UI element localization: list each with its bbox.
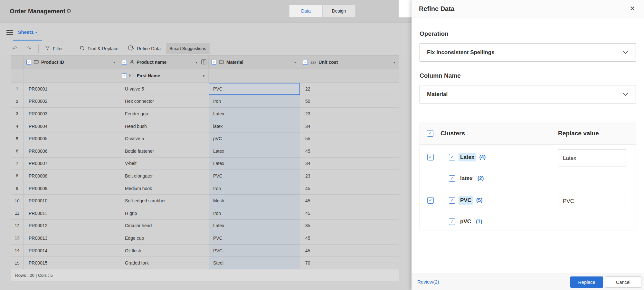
cell-product-name[interactable]: C-valve 5 [119,132,209,145]
cell-product-name[interactable]: H grip [119,207,209,220]
cell-material[interactable]: Steel [209,257,300,269]
cell-unit-cost[interactable]: 34 [300,120,399,133]
row-number[interactable]: 3 [11,108,24,120]
cluster-checkbox[interactable] [449,218,455,225]
cell-product-name[interactable]: Hex connector [119,95,209,108]
group-checkbox[interactable] [427,154,434,160]
cell-product-id[interactable]: PR00009 [24,182,119,195]
cell-material[interactable]: Latex [209,158,300,170]
smart-suggestions-button[interactable]: Smart Suggestions [166,43,210,54]
cell-material[interactable]: Latex [209,108,300,120]
row-number-header[interactable] [11,56,24,69]
group-checkbox[interactable] [427,197,434,204]
refine-data-button[interactable]: Refine Data [128,42,161,55]
cell-product-id[interactable]: PR00010 [24,195,119,207]
redo-button[interactable]: ↷ [26,42,32,55]
cell-product-name[interactable]: V-belt [119,158,209,170]
row-number[interactable]: 10 [11,195,24,207]
row-number[interactable]: 8 [11,170,24,182]
column-menu-caret-icon[interactable]: ▾ [294,61,300,64]
cell-product-name[interactable]: Head bush [119,120,209,133]
row-number[interactable]: 6 [11,145,24,158]
row-number[interactable]: 11 [11,207,24,220]
cell-unit-cost[interactable]: 45 [300,207,399,220]
tab-design[interactable]: Design [322,5,355,17]
column-header-product-name[interactable]: Product name ▾ [119,56,209,69]
column-checkbox[interactable] [212,60,216,65]
close-icon[interactable]: × [630,0,635,17]
cell-product-id[interactable]: PR00003 [24,108,119,120]
cell-product-name[interactable]: U-valve 5 [119,83,209,95]
row-number[interactable]: 1 [11,83,24,95]
column-menu-caret-icon[interactable]: ▾ [113,61,119,64]
row-number[interactable]: 15 [11,257,24,269]
cell-unit-cost[interactable]: 45 [300,182,399,195]
column-checkbox[interactable] [26,60,31,65]
cell-product-id[interactable]: PR00014 [24,245,119,257]
row-number[interactable]: 13 [11,232,24,245]
cell-product-name[interactable]: Graded fork [119,257,209,269]
column-checkbox[interactable] [122,73,127,78]
find-replace-button[interactable]: Find & Replace [80,42,118,55]
row-number[interactable]: 14 [11,245,24,257]
cell-product-id[interactable]: PR00004 [24,120,119,133]
column-header-material[interactable]: Material ▾ [209,56,300,69]
cell-material[interactable]: Latex [209,145,300,158]
cell-material[interactable]: PVC [209,232,300,245]
cell-material[interactable]: Iron [209,182,300,195]
select-all-checkbox[interactable] [427,130,433,137]
cell-product-name[interactable]: Medium hook [119,182,209,195]
row-number[interactable]: 4 [11,120,24,133]
cell-product-name[interactable]: Circular head [119,220,209,232]
row-number[interactable]: 5 [11,132,24,145]
tab-data[interactable]: Data [289,5,322,17]
cluster-checkbox[interactable] [449,197,455,204]
cell-product-id[interactable]: PR00011 [24,207,119,220]
cell-unit-cost[interactable]: 45 [300,232,399,245]
row-number[interactable]: 7 [11,158,24,170]
cell-unit-cost[interactable]: 23 [300,108,399,120]
cell-material-active[interactable]: PVC [209,83,300,95]
filter-button[interactable]: Filter [45,42,63,55]
cell-product-name[interactable]: Edge cup [119,232,209,245]
gear-icon[interactable]: ⚙ [66,0,71,23]
sheet-tab[interactable]: Sheet1 ▾ [13,23,42,41]
cell-unit-cost[interactable]: 45 [300,145,399,158]
column-menu-caret-icon[interactable]: ▾ [196,61,199,64]
cell-product-name[interactable]: Soft-edged scrubber [119,195,209,207]
cluster-checkbox[interactable] [449,154,455,160]
replace-button[interactable]: Replace [570,276,603,288]
cell-material[interactable]: pVC [209,132,300,145]
column-checkbox[interactable] [122,60,127,65]
cell-product-id[interactable]: PR00015 [24,257,119,269]
operation-select[interactable]: Fix Inconsistent Spellings [420,43,636,62]
row-number[interactable]: 12 [11,220,24,232]
cell-unit-cost[interactable]: 45 [300,245,399,257]
column-checkbox[interactable] [303,60,308,65]
cell-unit-cost[interactable]: 45 [300,195,399,207]
cell-product-id[interactable]: PR00012 [24,220,119,232]
column-header-unit-cost[interactable]: 123 Unit cost ▾ [300,56,399,69]
replace-value-input[interactable] [558,193,626,210]
cell-product-id[interactable]: PR00013 [24,232,119,245]
cell-material[interactable]: latex [209,120,300,133]
cell-material[interactable]: PVC [209,170,300,182]
row-number[interactable]: 9 [11,182,24,195]
cell-product-id[interactable]: PR00005 [24,132,119,145]
sub-column-header-first-name[interactable]: First Name ▾ [119,69,209,83]
cell-product-id[interactable]: PR00002 [24,95,119,108]
hamburger-menu-icon[interactable] [6,30,13,36]
cell-unit-cost[interactable]: 22 [300,83,399,95]
review-link[interactable]: Review(2) [417,274,439,290]
column-name-select[interactable]: Material [420,85,636,103]
cell-unit-cost[interactable]: 55 [300,132,399,145]
column-menu-caret-icon[interactable]: ▾ [393,61,399,64]
cell-product-name[interactable]: Bottle fastener [119,145,209,158]
undo-button[interactable]: ↶ [12,42,17,55]
cell-product-id[interactable]: PR00007 [24,158,119,170]
cell-material[interactable]: Latex [209,220,300,232]
cell-product-name[interactable]: Fender grip [119,108,209,120]
cell-material[interactable]: Iron [209,95,300,108]
cell-product-id[interactable]: PR00006 [24,145,119,158]
cell-product-id[interactable]: PR00001 [24,83,119,95]
